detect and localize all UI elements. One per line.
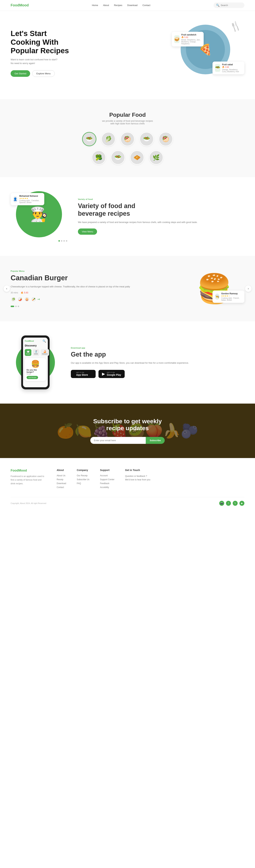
chef-left: 👨‍🍳 👤 Mohamed Nohassi ★★★★★ Cooking styl… (11, 191, 67, 242)
social-youtube[interactable]: ▶ (240, 501, 244, 506)
nav-recipes[interactable]: Recipes (114, 4, 122, 6)
chef-avatar: 👤 (13, 196, 17, 203)
subscribe-form: Subscribe (90, 437, 165, 444)
googleplay-button[interactable]: ▶ GET IT ON Google Play (99, 370, 125, 378)
nav-download[interactable]: Download (127, 4, 138, 6)
popular-food-heading: Popular Food (11, 112, 244, 118)
chef-dot-1[interactable] (59, 240, 60, 242)
social-instagram[interactable]: 📷 (219, 501, 224, 506)
hero-description: Want to learn cook but confused how to s… (11, 58, 69, 65)
search-input[interactable] (221, 4, 242, 6)
footer-about-us[interactable]: About Us (57, 474, 66, 477)
chef-dot-2[interactable] (61, 240, 62, 242)
footer-feedback[interactable]: Feedback (100, 482, 114, 485)
googleplay-icon: ▶ (102, 372, 105, 376)
footer-our-receip[interactable]: Our Receip (77, 474, 89, 477)
googleplay-get-label: GET IT ON (107, 372, 121, 373)
chef-card: 👤 Mohamed Nohassi ★★★★★ Cooking style : … (11, 193, 44, 205)
phone-get-recipe-button[interactable]: Get Recipe (27, 376, 38, 379)
appstore-button[interactable]: GET IT ON App Store (71, 370, 96, 378)
app-phone: FoodMood 🔍 Discovery 🍽️Food 🥤Drink 🍰Dess… (21, 336, 49, 390)
food-circle-3[interactable]: 🥙 (120, 132, 135, 146)
view-menu-button[interactable]: View Menu (78, 228, 97, 235)
nav-home[interactable]: Home (92, 4, 98, 6)
phone-logo: FoodMood (25, 340, 34, 342)
food-circle-6[interactable]: 🥦 (92, 150, 106, 165)
app-heading: Get the app (71, 351, 244, 358)
get-started-button[interactable]: Get Started (11, 70, 30, 77)
app-description: Our app is available on the App Store an… (71, 361, 244, 365)
food-circle-1[interactable]: 🥗 (82, 132, 96, 146)
phone-cat-food[interactable]: 🍽️Food (25, 349, 31, 356)
chef-badge-avatar: 👨‍🍳 (215, 293, 219, 300)
food-circle-7[interactable]: 🥗 (111, 150, 125, 165)
slide-dot-2[interactable] (15, 306, 16, 307)
phone-food-title: Do you like burger? (27, 369, 44, 373)
chef-dots (11, 240, 67, 242)
chef-badge-stars: ★★★★☆ (221, 295, 242, 297)
hero-heading: Let's Start Cooking With Popular Recipes (11, 29, 69, 55)
social-facebook[interactable]: f (226, 501, 231, 506)
food-card-sandwich: 🥪 Fruit sandwich 🔥 5.93 Bread, Strawberr… (172, 32, 204, 46)
footer-brand-desc: Foodmood is an application used to find … (11, 474, 46, 485)
nav-contact[interactable]: Contact (142, 4, 150, 6)
slide-dot-3[interactable] (18, 306, 19, 307)
footer-subscribe-us[interactable]: Subscribe Us (77, 478, 89, 481)
footer-about: About About Us Receip Download Contact (57, 469, 66, 490)
phone-cat-dessert[interactable]: 🍰Dessert (41, 349, 49, 356)
app-section: FoodMood 🔍 Discovery 🍽️Food 🥤Drink 🍰Dess… (0, 321, 255, 404)
nav-about[interactable]: About (103, 4, 109, 6)
chef-dot-4[interactable] (66, 240, 67, 242)
app-phone-area: FoodMood 🔍 Discovery 🍽️Food 🥤Drink 🍰Dess… (11, 336, 60, 390)
chef-dot-3[interactable] (63, 240, 65, 242)
appstore-get-label: GET IT ON (76, 372, 88, 373)
footer-logo: FoodMood (11, 469, 46, 472)
social-twitter[interactable]: 𝕏 (233, 501, 238, 506)
nav-links: Home About Recipes Download Contact (92, 4, 150, 6)
googleplay-name: Google Play (107, 373, 121, 376)
phone-categories: 🍽️Food 🥤Drink 🍰Dessert (25, 349, 46, 356)
footer: FoodMood Foodmood is an application used… (0, 458, 255, 509)
footer-faq[interactable]: FAQ (77, 482, 89, 485)
hero-buttons: Get Started Explore Menu (11, 70, 69, 77)
footer-accebility[interactable]: Accebility (100, 486, 114, 489)
search-bar: 🔍 (214, 2, 244, 8)
next-recipe-button[interactable]: › (245, 285, 251, 292)
card2-rating: 🔥 3.68 (222, 66, 242, 68)
chef-badge: 👨‍🍳 Gordon Ramsay ★★★★☆ Cooking style : … (213, 290, 244, 303)
food-circle-9[interactable]: 🌿 (149, 150, 163, 165)
prev-recipe-button[interactable]: ‹ (4, 285, 10, 292)
footer-support-center[interactable]: Support Center (100, 478, 114, 481)
app-store-buttons: GET IT ON App Store ▶ GET IT ON Google P… (71, 370, 244, 378)
subscribe-email-input[interactable] (90, 437, 146, 444)
popular-food-section: Popular Food we provide a variety of foo… (0, 99, 255, 177)
food-circles-row2: 🥦 🥗 🧇 🌿 (11, 150, 244, 165)
ingredient-4: 🥕 (31, 297, 36, 302)
footer-account[interactable]: Account (100, 474, 114, 477)
food-circle-4[interactable]: 🥗 (140, 132, 154, 146)
chef-section-label: Variety of food (78, 198, 244, 200)
chef-section: 👨‍🍳 👤 Mohamed Nohassi ★★★★★ Cooking styl… (0, 177, 255, 256)
salad-image: 🥗 (215, 64, 220, 72)
footer-contact-text: Question or feedback ?We'd love to hear … (125, 474, 150, 482)
footer-contact[interactable]: Contact (57, 486, 66, 489)
footer-get-in-touch: Get in Touch Question or feedback ?We'd … (125, 469, 150, 490)
phone-cat-drink[interactable]: 🥤Drink (33, 349, 39, 356)
footer-receip[interactable]: Receip (57, 478, 66, 481)
slide-dot-1[interactable] (11, 306, 14, 307)
app-right: Download app Get the app Our app is avai… (71, 347, 244, 378)
recipe-section-label: Popular Menu (11, 270, 174, 272)
ingredient-1: 🥬 (11, 297, 16, 302)
footer-download[interactable]: Download (57, 482, 66, 485)
food-circle-5[interactable]: 🥙 (159, 132, 173, 146)
food-circle-2[interactable]: 🥬 (101, 132, 115, 146)
chef-badge-name: Gordon Ramsay (221, 292, 242, 295)
subscribe-button[interactable]: Subscribe (146, 437, 165, 444)
search-icon: 🔍 (216, 4, 220, 7)
footer-company-heading: Company (77, 469, 89, 471)
phone-title: Discovery (25, 344, 46, 347)
food-circle-8[interactable]: 🧇 (130, 150, 144, 165)
footer-socials: 📷 f 𝕏 ▶ (219, 501, 244, 506)
recipe-right: 🍔 👨‍🍳 Gordon Ramsay ★★★★☆ Cooking style … (184, 274, 244, 303)
explore-menu-button[interactable]: Explore Menu (32, 70, 54, 77)
